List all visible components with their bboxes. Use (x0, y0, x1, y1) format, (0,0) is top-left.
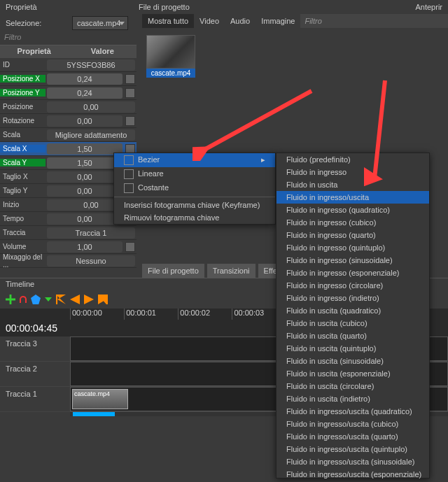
property-value[interactable]: Migliore adattamento (47, 129, 135, 141)
menu-item-label: Fluido in uscita (quintuplo) (286, 344, 376, 353)
property-row[interactable]: ID5YSSFO3B86 (0, 58, 136, 72)
menu-item[interactable]: Fluido in ingresso (quintuplo) (276, 241, 429, 254)
tab-image[interactable]: Immagine (255, 14, 300, 28)
menu-item[interactable]: Fluido in uscita (indietro) (276, 392, 429, 405)
col-name: Proprietà (0, 45, 69, 58)
property-value[interactable]: 1,00 (47, 241, 122, 253)
property-value[interactable]: 0,00 (47, 171, 122, 183)
menu-item[interactable]: Costante (114, 181, 275, 195)
menu-item[interactable]: Fluido in ingresso (276, 166, 429, 178)
keyframe-toggle[interactable] (125, 74, 135, 84)
property-name: Rotazione (0, 117, 46, 125)
menu-item[interactable]: Lineare (114, 167, 275, 181)
menu-item[interactable]: Fluido in uscita (quarto) (276, 329, 429, 342)
property-value[interactable]: 0,00 (47, 185, 122, 197)
menu-item[interactable]: Fluido in uscita (quadratico) (276, 304, 429, 317)
menu-item[interactable]: Fluido in ingresso (quarto) (276, 229, 429, 241)
menu-item[interactable]: Fluido in uscita (quintuplo) (276, 342, 429, 355)
media-filter[interactable]: Filtro (300, 14, 448, 28)
property-name: Posizione (0, 103, 46, 111)
menu-item-label: Fluido in ingresso (quintuplo) (286, 243, 385, 252)
property-value[interactable]: 5YSSFO3B86 (47, 59, 135, 71)
checkbox-icon (124, 155, 134, 165)
tab-audio[interactable]: Audio (225, 14, 255, 28)
menu-item-label: Fluido in ingresso/uscita (sinusoidale) (286, 458, 414, 466)
add-icon[interactable] (6, 295, 15, 304)
property-row[interactable]: Rotazione0,00 (0, 114, 136, 128)
menu-item[interactable]: Fluido in uscita (esponenziale) (276, 367, 429, 380)
menu-item[interactable]: Fluido in ingresso/uscita (esponenziale) (276, 468, 429, 481)
tab-project-files[interactable]: File di progetto (142, 264, 204, 278)
property-value[interactable]: 0,00 (47, 101, 135, 113)
property-row[interactable]: ScalaMigliore adattamento (0, 128, 136, 142)
menu-item-label: Fluido in uscita (indietro) (286, 395, 370, 403)
menu-item-label: Fluido in ingresso/uscita (quintuplo) (286, 445, 407, 453)
context-menu-interpolation: Bezier▸LineareCostanteInserisci fotogram… (113, 153, 276, 225)
skip-end-icon[interactable] (98, 295, 108, 304)
menu-item[interactable]: Fluido in ingresso (circolare) (276, 279, 429, 292)
menu-item[interactable]: Fluido in ingresso/uscita (sinusoidale) (276, 455, 429, 468)
menu-item[interactable]: Fluido in ingresso/uscita (quarto) (276, 430, 429, 443)
property-name: Posizione X (0, 75, 46, 83)
menu-item-label: Inserisci fotogramma chiave (Keyframe) (124, 201, 260, 209)
menu-item[interactable]: Fluido in ingresso (cubico) (276, 216, 429, 229)
menu-item[interactable]: Fluido in uscita (circolare) (276, 380, 429, 392)
property-value[interactable]: 1,50 (47, 157, 122, 169)
menu-item[interactable]: Fluido in uscita (276, 178, 429, 191)
skip-start-icon[interactable] (56, 295, 66, 304)
track-label[interactable]: Traccia 1 (0, 387, 70, 411)
keyframe-toggle[interactable] (125, 116, 135, 126)
menu-item[interactable]: Fluido in uscita (cubico) (276, 317, 429, 329)
property-row[interactable]: Posizione0,00 (0, 100, 136, 114)
menu-item[interactable]: Fluido in ingresso/uscita (cubico) (276, 418, 429, 430)
tab-show-all[interactable]: Mostra tutto (142, 14, 194, 28)
menu-item-label: Bezier (138, 155, 160, 164)
property-value[interactable]: 1,50 (47, 143, 122, 155)
menu-item[interactable]: Fluido in ingresso/uscita (quintuplo) (276, 443, 429, 455)
property-row[interactable]: Posizione X0,24 (0, 72, 136, 86)
property-value[interactable]: 0,00 (47, 115, 122, 127)
property-name: ID (0, 61, 46, 69)
menu-item-label: Fluido in uscita (quarto) (286, 332, 367, 340)
media-thumbnail[interactable] (146, 35, 195, 69)
menu-item-label: Fluido in uscita (sinusoidale) (286, 357, 384, 365)
project-files-title: File di progetto (139, 3, 415, 11)
property-value[interactable]: Traccia 1 (47, 227, 135, 239)
property-name: Scala Y (0, 159, 46, 166)
menu-item[interactable]: Fluido in ingresso/uscita (quadratico) (276, 405, 429, 418)
tab-video[interactable]: Video (194, 14, 225, 28)
property-row[interactable]: TracciaTraccia 1 (0, 226, 136, 240)
menu-item[interactable]: Fluido in ingresso/uscita (276, 191, 429, 204)
property-row[interactable]: Posizione Y0,24 (0, 86, 136, 100)
marker-icon[interactable] (31, 295, 41, 304)
selection-combo[interactable]: cascate.mp4 (72, 16, 128, 30)
ruler-tick: 00:00:01 (124, 309, 178, 320)
tab-transitions[interactable]: Transizioni (207, 264, 255, 278)
property-row[interactable]: Volume1,00 (0, 240, 136, 254)
track-label[interactable]: Traccia 3 (0, 336, 70, 361)
properties-filter[interactable]: Filtro (0, 31, 136, 45)
menu-item[interactable]: Fluido in ingresso (esponenziale) (276, 267, 429, 279)
menu-item-label: Fluido in ingresso/uscita (286, 193, 369, 201)
menu-item[interactable]: Fluido in ingresso (sinusoidale) (276, 254, 429, 267)
step-back-icon[interactable] (70, 295, 80, 304)
property-value[interactable]: 0,24 (47, 87, 122, 99)
property-value[interactable]: 0,24 (47, 73, 122, 85)
chevron-down-icon[interactable] (45, 297, 52, 302)
keyframe-toggle[interactable] (125, 88, 135, 98)
timeline-clip[interactable]: cascate.mp4 (72, 389, 128, 409)
property-value[interactable]: 0,00 (47, 213, 122, 225)
menu-item[interactable]: Fluido in uscita (sinusoidale) (276, 355, 429, 367)
track-label[interactable]: Traccia 2 (0, 362, 70, 386)
step-forward-icon[interactable] (84, 295, 94, 304)
property-row[interactable]: Mixaggio del ...Nessuno (0, 254, 136, 268)
magnet-icon[interactable] (20, 296, 27, 303)
menu-item[interactable]: Inserisci fotogramma chiave (Keyframe) (114, 199, 275, 211)
menu-item[interactable]: Fluido in ingresso (quadratico) (276, 204, 429, 216)
menu-item[interactable]: Fluido in ingresso (indietro) (276, 292, 429, 304)
menu-item-label: Fluido in uscita (circolare) (286, 382, 374, 390)
keyframe-toggle[interactable] (125, 242, 135, 252)
menu-item-label: Fluido in uscita (quadratico) (286, 306, 381, 315)
property-value[interactable]: Nessuno (47, 255, 135, 267)
menu-item[interactable]: Rimuovi fotogramma chiave (114, 211, 275, 224)
